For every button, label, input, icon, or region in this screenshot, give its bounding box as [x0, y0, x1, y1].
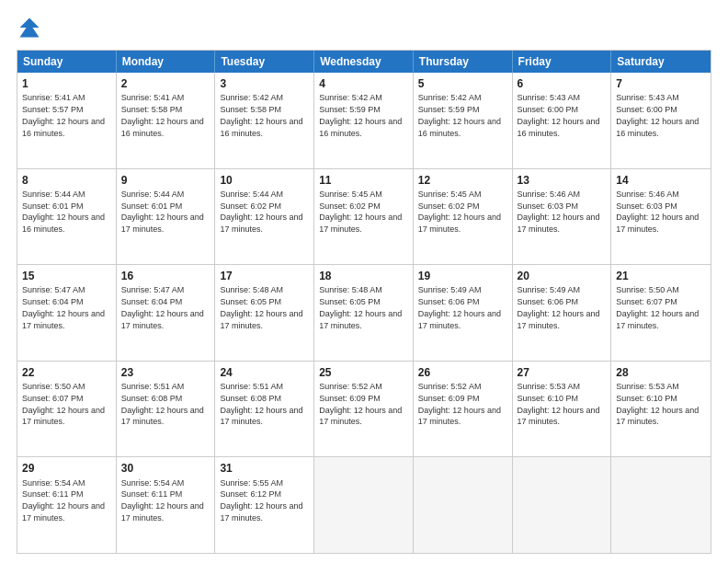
calendar: SundayMondayTuesdayWednesdayThursdayFrid…: [17, 50, 711, 554]
header-day-wednesday: Wednesday: [314, 51, 414, 73]
empty-cell: [611, 457, 711, 553]
header-day-monday: Monday: [117, 51, 216, 73]
cell-info: Sunrise: 5:42 AMSunset: 5:58 PMDaylight:…: [220, 93, 302, 137]
empty-cell: [513, 457, 612, 553]
day-number: 11: [319, 173, 408, 188]
cell-info: Sunrise: 5:49 AMSunset: 6:06 PMDaylight:…: [518, 285, 600, 329]
day-number: 16: [121, 269, 210, 283]
header-day-sunday: Sunday: [17, 51, 117, 73]
header-day-friday: Friday: [513, 51, 612, 73]
cell-info: Sunrise: 5:53 AMSunset: 6:10 PMDaylight:…: [518, 382, 600, 426]
empty-cell: [314, 457, 414, 553]
day-number: 25: [319, 365, 408, 380]
day-number: 20: [518, 269, 607, 283]
day-cell-4: 4Sunrise: 5:42 AMSunset: 5:59 PMDaylight…: [314, 73, 414, 168]
cell-info: Sunrise: 5:50 AMSunset: 6:07 PMDaylight:…: [616, 285, 699, 329]
empty-cell: [414, 457, 513, 553]
cell-info: Sunrise: 5:50 AMSunset: 6:07 PMDaylight:…: [22, 382, 105, 426]
day-number: 30: [121, 461, 210, 476]
day-cell-9: 9Sunrise: 5:44 AMSunset: 6:01 PMDaylight…: [117, 169, 216, 265]
day-number: 28: [616, 365, 706, 380]
cell-info: Sunrise: 5:45 AMSunset: 6:02 PMDaylight:…: [319, 190, 402, 234]
day-number: 29: [22, 461, 111, 476]
calendar-row: 15Sunrise: 5:47 AMSunset: 6:04 PMDayligh…: [17, 264, 711, 361]
page: SundayMondayTuesdayWednesdayThursdayFrid…: [0, 0, 728, 563]
cell-info: Sunrise: 5:46 AMSunset: 6:03 PMDaylight:…: [616, 190, 699, 234]
day-cell-5: 5Sunrise: 5:42 AMSunset: 5:59 PMDaylight…: [414, 73, 513, 168]
day-cell-18: 18Sunrise: 5:48 AMSunset: 6:05 PMDayligh…: [314, 265, 414, 361]
day-cell-22: 22Sunrise: 5:50 AMSunset: 6:07 PMDayligh…: [17, 362, 117, 457]
cell-info: Sunrise: 5:44 AMSunset: 6:01 PMDaylight:…: [22, 190, 105, 234]
day-cell-17: 17Sunrise: 5:48 AMSunset: 6:05 PMDayligh…: [215, 265, 314, 361]
day-number: 2: [121, 76, 210, 91]
day-cell-3: 3Sunrise: 5:42 AMSunset: 5:58 PMDaylight…: [215, 73, 314, 168]
cell-info: Sunrise: 5:41 AMSunset: 5:58 PMDaylight:…: [121, 93, 204, 137]
day-cell-10: 10Sunrise: 5:44 AMSunset: 6:02 PMDayligh…: [215, 169, 314, 265]
header-day-saturday: Saturday: [611, 51, 711, 73]
day-number: 26: [418, 365, 507, 380]
day-cell-16: 16Sunrise: 5:47 AMSunset: 6:04 PMDayligh…: [117, 265, 216, 361]
cell-info: Sunrise: 5:44 AMSunset: 6:02 PMDaylight:…: [220, 190, 302, 234]
day-cell-7: 7Sunrise: 5:43 AMSunset: 6:00 PMDaylight…: [611, 73, 711, 168]
cell-info: Sunrise: 5:51 AMSunset: 6:08 PMDaylight:…: [220, 382, 302, 426]
logo: [17, 15, 46, 40]
cell-info: Sunrise: 5:44 AMSunset: 6:01 PMDaylight:…: [121, 190, 204, 234]
day-number: 5: [418, 76, 507, 91]
cell-info: Sunrise: 5:41 AMSunset: 5:57 PMDaylight:…: [22, 93, 105, 137]
day-cell-29: 29Sunrise: 5:54 AMSunset: 6:11 PMDayligh…: [17, 457, 117, 553]
day-number: 9: [121, 173, 210, 188]
day-number: 4: [319, 76, 408, 91]
day-number: 14: [616, 173, 706, 188]
day-number: 17: [220, 269, 309, 283]
cell-info: Sunrise: 5:43 AMSunset: 6:00 PMDaylight:…: [518, 93, 600, 137]
logo-icon: [17, 15, 42, 40]
cell-info: Sunrise: 5:53 AMSunset: 6:10 PMDaylight:…: [616, 382, 699, 426]
day-cell-27: 27Sunrise: 5:53 AMSunset: 6:10 PMDayligh…: [513, 362, 612, 457]
calendar-header: SundayMondayTuesdayWednesdayThursdayFrid…: [17, 51, 711, 73]
day-cell-23: 23Sunrise: 5:51 AMSunset: 6:08 PMDayligh…: [117, 362, 216, 457]
cell-info: Sunrise: 5:52 AMSunset: 6:09 PMDaylight:…: [319, 382, 402, 426]
day-number: 27: [518, 365, 607, 380]
day-cell-14: 14Sunrise: 5:46 AMSunset: 6:03 PMDayligh…: [611, 169, 711, 265]
cell-info: Sunrise: 5:52 AMSunset: 6:09 PMDaylight:…: [418, 382, 501, 426]
day-number: 1: [22, 76, 111, 91]
day-cell-28: 28Sunrise: 5:53 AMSunset: 6:10 PMDayligh…: [611, 362, 711, 457]
day-number: 10: [220, 173, 309, 188]
cell-info: Sunrise: 5:48 AMSunset: 6:05 PMDaylight:…: [319, 285, 402, 329]
day-cell-21: 21Sunrise: 5:50 AMSunset: 6:07 PMDayligh…: [611, 265, 711, 361]
day-cell-12: 12Sunrise: 5:45 AMSunset: 6:02 PMDayligh…: [414, 169, 513, 265]
cell-info: Sunrise: 5:55 AMSunset: 6:12 PMDaylight:…: [220, 478, 302, 523]
day-cell-1: 1Sunrise: 5:41 AMSunset: 5:57 PMDaylight…: [17, 73, 117, 168]
header-day-tuesday: Tuesday: [215, 51, 314, 73]
cell-info: Sunrise: 5:51 AMSunset: 6:08 PMDaylight:…: [121, 382, 204, 426]
day-number: 8: [22, 173, 111, 188]
day-cell-25: 25Sunrise: 5:52 AMSunset: 6:09 PMDayligh…: [314, 362, 414, 457]
svg-marker-0: [20, 18, 40, 38]
cell-info: Sunrise: 5:42 AMSunset: 5:59 PMDaylight:…: [319, 93, 402, 137]
cell-info: Sunrise: 5:47 AMSunset: 6:04 PMDaylight:…: [22, 285, 105, 329]
cell-info: Sunrise: 5:42 AMSunset: 5:59 PMDaylight:…: [418, 93, 501, 137]
cell-info: Sunrise: 5:46 AMSunset: 6:03 PMDaylight:…: [518, 190, 600, 234]
day-cell-13: 13Sunrise: 5:46 AMSunset: 6:03 PMDayligh…: [513, 169, 612, 265]
calendar-body: 1Sunrise: 5:41 AMSunset: 5:57 PMDaylight…: [17, 73, 711, 553]
calendar-row: 8Sunrise: 5:44 AMSunset: 6:01 PMDaylight…: [17, 168, 711, 265]
calendar-row: 29Sunrise: 5:54 AMSunset: 6:11 PMDayligh…: [17, 456, 711, 553]
day-number: 15: [22, 269, 111, 283]
day-number: 22: [22, 365, 111, 380]
cell-info: Sunrise: 5:45 AMSunset: 6:02 PMDaylight:…: [418, 190, 501, 234]
day-cell-2: 2Sunrise: 5:41 AMSunset: 5:58 PMDaylight…: [117, 73, 216, 168]
day-cell-8: 8Sunrise: 5:44 AMSunset: 6:01 PMDaylight…: [17, 169, 117, 265]
day-cell-19: 19Sunrise: 5:49 AMSunset: 6:06 PMDayligh…: [414, 265, 513, 361]
calendar-row: 1Sunrise: 5:41 AMSunset: 5:57 PMDaylight…: [17, 73, 711, 168]
day-number: 23: [121, 365, 210, 380]
day-cell-20: 20Sunrise: 5:49 AMSunset: 6:06 PMDayligh…: [513, 265, 612, 361]
day-number: 24: [220, 365, 309, 380]
day-cell-15: 15Sunrise: 5:47 AMSunset: 6:04 PMDayligh…: [17, 265, 117, 361]
header: [17, 15, 711, 40]
day-number: 3: [220, 76, 309, 91]
header-day-thursday: Thursday: [414, 51, 513, 73]
day-cell-24: 24Sunrise: 5:51 AMSunset: 6:08 PMDayligh…: [215, 362, 314, 457]
day-number: 6: [518, 76, 607, 91]
cell-info: Sunrise: 5:49 AMSunset: 6:06 PMDaylight:…: [418, 285, 501, 329]
day-cell-30: 30Sunrise: 5:54 AMSunset: 6:11 PMDayligh…: [117, 457, 216, 553]
